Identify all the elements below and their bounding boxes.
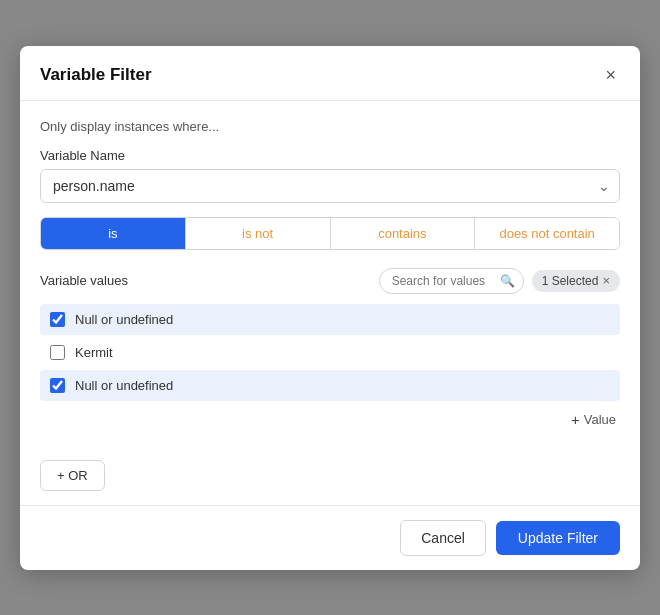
values-section: Variable values 🔍 1 Selected × — [40, 268, 620, 432]
cancel-button[interactable]: Cancel — [400, 520, 486, 556]
variable-name-select[interactable]: person.name — [40, 169, 620, 203]
plus-icon: + — [571, 411, 580, 428]
variable-name-select-wrapper: person.name ⌄ — [40, 169, 620, 203]
search-box: 🔍 — [379, 268, 524, 294]
value-label-2: Kermit — [75, 345, 113, 360]
modal-body: Only display instances where... Variable… — [20, 101, 640, 452]
value-row: Null or undefined — [40, 370, 620, 401]
value-row: Kermit — [40, 337, 620, 368]
tab-is-not[interactable]: is not — [186, 218, 331, 249]
modal-footer: Cancel Update Filter — [20, 505, 640, 570]
value-checkbox-1[interactable] — [50, 312, 65, 327]
search-icon: 🔍 — [500, 274, 515, 288]
selected-count: 1 Selected — [542, 274, 599, 288]
values-header: Variable values 🔍 1 Selected × — [40, 268, 620, 294]
or-section: + OR — [20, 452, 640, 505]
values-controls: 🔍 1 Selected × — [379, 268, 620, 294]
modal-header: Variable Filter × — [20, 46, 640, 101]
values-label: Variable values — [40, 273, 128, 288]
or-button[interactable]: + OR — [40, 460, 105, 491]
modal-dialog: Variable Filter × Only display instances… — [20, 46, 640, 570]
value-list: Null or undefined Kermit Null or undefin… — [40, 304, 620, 401]
value-row: Null or undefined — [40, 304, 620, 335]
modal-title: Variable Filter — [40, 65, 152, 85]
subtitle-text: Only display instances where... — [40, 119, 620, 134]
value-label-3: Null or undefined — [75, 378, 173, 393]
add-value-label: Value — [584, 412, 616, 427]
variable-name-label: Variable Name — [40, 148, 620, 163]
tab-does-not-contain[interactable]: does not contain — [475, 218, 619, 249]
tab-contains[interactable]: contains — [331, 218, 476, 249]
value-checkbox-3[interactable] — [50, 378, 65, 393]
selected-badge[interactable]: 1 Selected × — [532, 270, 620, 292]
modal-overlay: Variable Filter × Only display instances… — [0, 0, 660, 615]
add-value-button[interactable]: + Value — [40, 407, 620, 432]
clear-selected-button[interactable]: × — [602, 274, 610, 287]
close-button[interactable]: × — [601, 64, 620, 86]
tab-is[interactable]: is — [41, 218, 186, 249]
filter-tabs: is is not contains does not contain — [40, 217, 620, 250]
value-checkbox-2[interactable] — [50, 345, 65, 360]
value-label-1: Null or undefined — [75, 312, 173, 327]
update-filter-button[interactable]: Update Filter — [496, 521, 620, 555]
